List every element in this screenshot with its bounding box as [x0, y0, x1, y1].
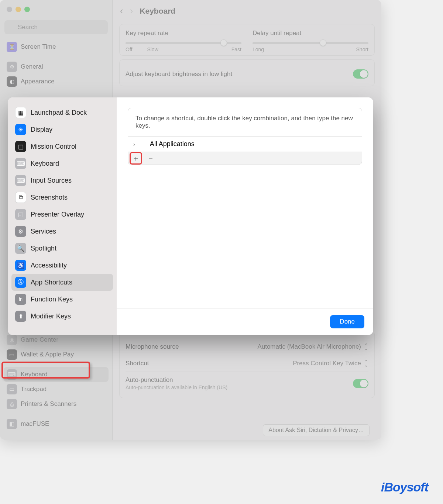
sun-icon: ☀	[15, 124, 26, 135]
app-icon: Ⓐ	[15, 277, 26, 288]
sheet-item-launchpad[interactable]: ▦Launchpad & Dock	[11, 104, 113, 121]
sidebar-item-label: Game Center	[21, 336, 58, 344]
delay-slider[interactable]	[253, 42, 368, 44]
maximize-button[interactable]	[24, 7, 30, 12]
all-applications-row[interactable]: › All Applications	[128, 137, 362, 152]
sheet-item-spotlight[interactable]: 🔍Spotlight	[11, 240, 113, 257]
sheet-item-mission[interactable]: ◫Mission Control	[11, 138, 113, 155]
sheet-item-app-shortcuts[interactable]: ⒶApp Shortcuts	[11, 274, 113, 291]
add-button[interactable]: ＋	[131, 153, 141, 163]
sheet-item-keyboard[interactable]: ⌨Keyboard	[11, 155, 113, 172]
sidebar-item-appearance[interactable]: ◐ Appearance	[4, 74, 109, 89]
camera-icon: ⧉	[15, 192, 26, 203]
printer-icon: ⎙	[7, 399, 17, 409]
sidebar-item-wallet[interactable]: ▭ Wallet & Apple Pay	[4, 347, 109, 362]
header: ‹ › Keyboard	[119, 0, 375, 20]
brightness-label: Adjust keyboard brightness in low light	[126, 70, 232, 78]
page-title: Keyboard	[140, 7, 175, 15]
chevron-right-icon: ›	[133, 141, 135, 147]
chevron-updown-icon: ⌃⌄	[364, 360, 368, 366]
key-repeat-slider[interactable]	[126, 42, 241, 44]
key-repeat-label: Key repeat rate	[126, 30, 241, 37]
sheet-item-accessibility[interactable]: ♿Accessibility	[11, 257, 113, 274]
back-button[interactable]: ‹	[120, 5, 123, 17]
slider-long: Long	[253, 46, 264, 52]
search-icon: 🔍	[15, 243, 26, 254]
sidebar-item-general[interactable]: ⚙ General	[4, 59, 109, 74]
slider-slow: Slow	[147, 46, 158, 52]
sheet-item-screenshots[interactable]: ⧉Screenshots	[11, 189, 113, 206]
sidebar-item-label: General	[21, 63, 43, 70]
sheet-sidebar: ▦Launchpad & Dock ☀Display ◫Mission Cont…	[8, 97, 117, 335]
delay-label: Delay until repeat	[253, 30, 368, 37]
fn-icon: fn	[15, 294, 26, 305]
keyboard-icon: ⌨	[15, 158, 26, 169]
presenter-icon: ◱	[15, 209, 26, 220]
sidebar-item-label: Wallet & Apple Pay	[21, 351, 74, 358]
game-icon: ◉	[7, 335, 17, 345]
slider-fast: Fast	[231, 46, 241, 52]
dictation-panel: Microphone source Automatic (MacBook Air…	[119, 334, 375, 398]
sidebar-item-label: Trackpad	[21, 386, 47, 393]
shortcut-value[interactable]: Press Control Key Twice ⌃⌄	[293, 360, 368, 367]
minimize-button[interactable]	[16, 7, 21, 12]
mic-label: Microphone source	[126, 343, 179, 351]
accessibility-icon: ♿	[15, 260, 26, 271]
search-input[interactable]	[4, 20, 108, 34]
sidebar-item-label: macFUSE	[21, 420, 49, 428]
sheet-item-presenter[interactable]: ◱Presenter Overlay	[11, 206, 113, 223]
sidebar-item-label: Screen Time	[21, 43, 56, 51]
brightness-panel: Adjust keyboard brightness in low light	[119, 59, 375, 86]
done-button[interactable]: Done	[330, 315, 364, 328]
sheet-item-display[interactable]: ☀Display	[11, 121, 113, 138]
remove-button[interactable]: −	[146, 153, 155, 163]
sidebar-item-label: Appearance	[21, 78, 55, 85]
slider-short: Short	[356, 46, 368, 52]
grid-icon: ▦	[15, 107, 26, 118]
sheet-item-input[interactable]: ⌨Input Sources	[11, 172, 113, 189]
privacy-button[interactable]: About Ask Siri, Dictation & Privacy…	[263, 424, 370, 436]
sidebar-item-macfuse[interactable]: ◧ macFUSE	[4, 417, 109, 431]
hourglass-icon: ⏳	[7, 42, 17, 52]
gear-icon: ⚙	[7, 62, 17, 72]
sheet-item-modifier[interactable]: ⬆Modifier Keys	[11, 308, 113, 325]
sidebar-item-printers[interactable]: ⎙ Printers & Scanners	[4, 397, 109, 411]
sheet-item-services[interactable]: ⚙Services	[11, 223, 113, 240]
fuse-icon: ◧	[7, 419, 17, 429]
trackpad-icon: ▭	[7, 384, 17, 394]
watermark: iBoysoft	[381, 480, 428, 494]
forward-button[interactable]: ›	[130, 5, 133, 17]
sheet-item-function[interactable]: fnFunction Keys	[11, 291, 113, 308]
add-remove-bar: ＋ −	[128, 152, 362, 165]
instruction-text: To change a shortcut, double click the k…	[128, 108, 362, 137]
brightness-toggle[interactable]	[353, 69, 368, 79]
sidebar-item-screen-time[interactable]: ⏳ Screen Time	[4, 39, 109, 54]
auto-punct-label: Auto-punctuation	[126, 376, 227, 384]
highlight-keyboard	[1, 362, 90, 379]
arrow-up-icon: ⬆	[15, 311, 26, 322]
auto-punct-sub: Auto-punctuation is available in English…	[126, 384, 227, 390]
sidebar-item-label: Printers & Scanners	[21, 400, 76, 408]
traffic-lights	[7, 7, 30, 12]
wallet-icon: ▭	[7, 349, 17, 360]
repeat-panel: Key repeat rate Off Slow Fast Delay unti…	[119, 24, 375, 56]
close-button[interactable]	[7, 7, 12, 12]
shortcut-label: Shortcut	[126, 360, 149, 367]
shortcuts-sheet: ▦Launchpad & Dock ☀Display ◫Mission Cont…	[8, 97, 373, 335]
auto-punct-toggle[interactable]	[353, 379, 368, 388]
input-icon: ⌨	[15, 175, 26, 186]
slider-off: Off	[126, 46, 132, 52]
chevron-updown-icon: ⌃⌄	[364, 344, 368, 350]
gears-icon: ⚙	[15, 226, 26, 237]
sheet-content: To change a shortcut, double click the k…	[117, 97, 373, 335]
sidebar-item-trackpad[interactable]: ▭ Trackpad	[4, 382, 109, 397]
appearance-icon: ◐	[7, 76, 17, 87]
mission-icon: ◫	[15, 141, 26, 152]
mic-value[interactable]: Automatic (MacBook Air Microphone) ⌃⌄	[257, 343, 368, 351]
